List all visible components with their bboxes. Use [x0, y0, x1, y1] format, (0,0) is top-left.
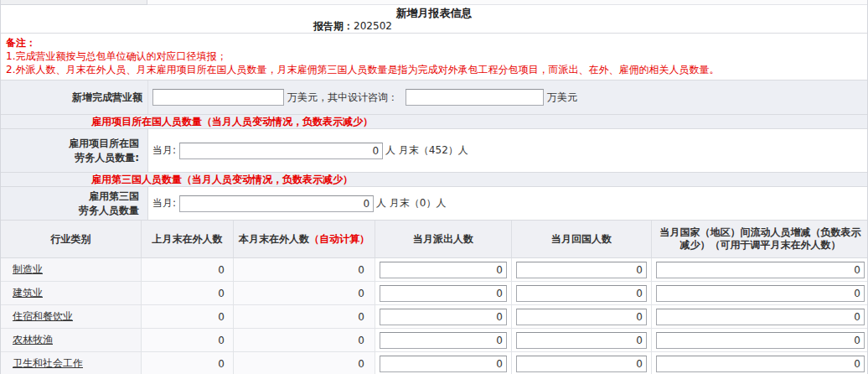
host-country-month-label: 当月:: [152, 143, 176, 158]
third-country-section-header: 雇用第三国人员数量（当月人员变动情况，负数表示减少）: [1, 173, 867, 187]
flow-adjust-input[interactable]: [656, 285, 865, 302]
table-row: 住宿和餐饮业 0 0: [1, 305, 868, 329]
industry-link[interactable]: 农林牧渔: [13, 333, 53, 347]
flow-adjust-input[interactable]: [656, 262, 865, 278]
industry-table-header: 行业类别 上月末在外人数 本月末在外人数（自动计算） 当月派出人数 当月回国人数…: [1, 221, 868, 258]
third-country-row-label: 雇用第三国 劳务人员数量: [1, 187, 148, 220]
revenue-row: 新增完成营业额 万美元，其中设计咨询： 万美元: [1, 81, 867, 115]
third-country-month-input[interactable]: [179, 195, 374, 212]
third-country-row-content: 当月: 人 月末（0）人: [148, 195, 447, 212]
prev-month-count: 0: [142, 329, 234, 351]
notes-section: 备注： 1.完成营业额按与总包单位确认的对应口径填报； 2.外派人数、月末在外人…: [1, 33, 867, 81]
industry-table: 行业类别 上月末在外人数 本月末在外人数（自动计算） 当月派出人数 当月回国人数…: [1, 221, 868, 374]
industry-link[interactable]: 建筑业: [13, 286, 43, 300]
host-country-row-content: 当月: 人 月末（452）人: [148, 143, 468, 159]
third-country-suffix: 人 月末（0）人: [376, 196, 446, 210]
curr-month-count: 0: [234, 305, 375, 328]
flow-adjust-input[interactable]: [656, 332, 865, 349]
table-row: 卫生和社会工作 0 0: [1, 352, 868, 374]
dispatched-input[interactable]: [380, 285, 507, 302]
flow-adjust-input[interactable]: [656, 309, 865, 325]
returned-input[interactable]: [516, 285, 647, 302]
revenue-label: 新增完成营业额: [1, 81, 148, 114]
col-header-flow-adjust: 当月国家（地区）间流动人员增减（负数表示减少）（可用于调平月末在外人数）: [652, 221, 868, 257]
auto-calc-note: （自动计算）: [309, 233, 369, 245]
col-header-dispatched: 当月派出人数: [375, 221, 512, 257]
report-period: 报告期：202502: [0, 20, 786, 33]
dispatched-input[interactable]: [380, 262, 507, 278]
third-country-row: 雇用第三国 劳务人员数量 当月: 人 月末（0）人: [1, 187, 867, 221]
note-line-1: 1.完成营业额按与总包单位确认的对应口径填报；: [6, 49, 862, 63]
col-header-curr-month: 本月末在外人数（自动计算）: [234, 221, 375, 257]
curr-month-count: 0: [234, 258, 375, 281]
flow-adjust-input[interactable]: [656, 356, 865, 372]
revenue-unit-end: 万美元: [547, 91, 577, 105]
report-form-panel: 新增月报表信息 报告期：202502 备注： 1.完成营业额按与总包单位确认的对…: [0, 0, 868, 374]
title-bar: 新增月报表信息 报告期：202502: [1, 5, 867, 33]
col-header-returned: 当月回国人数: [512, 221, 652, 257]
host-country-row: 雇用项目所在国 劳务人员数量: 当月: 人 月末（452）人: [1, 129, 867, 173]
industry-link[interactable]: 住宿和餐饮业: [13, 309, 73, 324]
third-country-label-line2: 劳务人员数量: [79, 204, 139, 218]
table-row: 农林牧渔 0 0: [1, 329, 868, 352]
revenue-input[interactable]: [152, 89, 284, 106]
col-header-prev-month: 上月末在外人数: [142, 221, 234, 257]
prev-month-count: 0: [142, 258, 234, 281]
note-line-2: 2.外派人数、月末在外人员、月末雇用项目所在国人员数量，月末雇佣第三国人员数量是…: [6, 63, 862, 76]
page-title: 新增月报表信息: [1, 7, 867, 20]
report-period-label: 报告期：: [313, 20, 354, 32]
prev-month-count: 0: [142, 352, 234, 374]
curr-month-count: 0: [234, 352, 375, 374]
curr-month-count: 0: [234, 282, 375, 304]
returned-input[interactable]: [516, 262, 647, 278]
revenue-unit-mid: 万美元，其中设计咨询：: [287, 91, 398, 105]
design-consulting-input[interactable]: [406, 89, 544, 106]
host-country-month-input[interactable]: [179, 143, 383, 159]
industry-link[interactable]: 制造业: [13, 262, 43, 277]
third-country-month-label: 当月:: [152, 196, 176, 210]
report-period-value: 202502: [354, 20, 392, 32]
industry-link[interactable]: 卫生和社会工作: [13, 356, 83, 371]
host-country-label-line2: 劳务人员数量:: [75, 151, 139, 165]
host-country-section-header: 雇用项目所在国人员数量（当月人员变动情况，负数表示减少）: [1, 115, 867, 129]
table-row: 建筑业 0 0: [1, 282, 868, 305]
dispatched-input[interactable]: [380, 332, 507, 349]
prev-month-count: 0: [142, 282, 234, 304]
returned-input[interactable]: [516, 356, 647, 372]
dispatched-input[interactable]: [380, 356, 507, 372]
host-country-row-label: 雇用项目所在国 劳务人员数量:: [1, 129, 148, 172]
host-country-suffix: 人 月末（452）人: [385, 143, 468, 158]
curr-month-count: 0: [234, 329, 375, 351]
table-row: 制造业 0 0: [1, 258, 868, 282]
dispatched-input[interactable]: [380, 309, 507, 325]
returned-input[interactable]: [516, 309, 647, 325]
notes-label: 备注：: [6, 36, 862, 49]
host-country-label-line1: 雇用项目所在国: [69, 137, 139, 151]
prev-month-count: 0: [142, 305, 234, 328]
returned-input[interactable]: [516, 332, 647, 349]
col-header-industry: 行业类别: [1, 221, 142, 257]
third-country-label-line1: 雇用第三国: [89, 190, 139, 204]
